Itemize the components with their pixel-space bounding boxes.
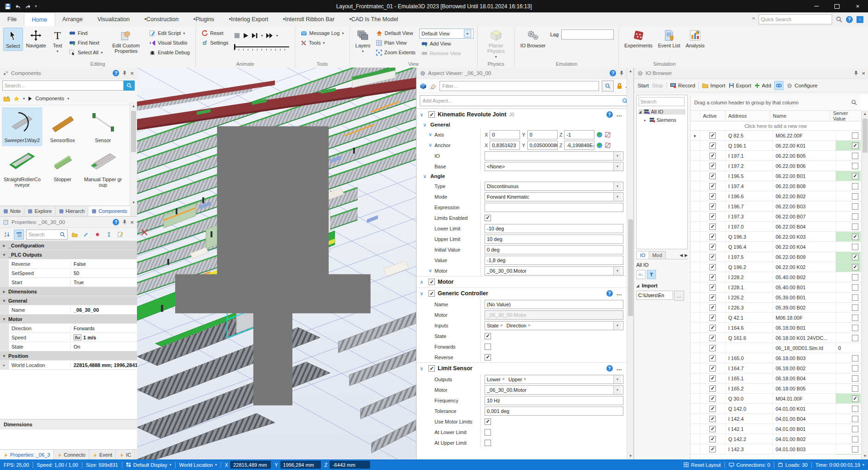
save-icon[interactable] [5,3,11,10]
io-server-value[interactable] [836,363,861,373]
field-checkbox[interactable]: ✓ [485,333,491,339]
section-chevron-icon[interactable]: ∨ [420,112,426,118]
component-item[interactable]: SensorBox [42,107,83,146]
io-name[interactable]: 06.22.00 K01 [773,141,836,150]
io-row[interactable]: ✓ I 197.3 06.22.00 B07 [691,212,861,222]
server-value-checkbox[interactable] [852,163,858,169]
io-name[interactable]: 04.01.00 B01 [773,424,836,434]
close-button[interactable]: × [847,0,868,12]
active-checkbox[interactable]: ✓ [709,426,716,432]
visual-studio-button[interactable]: Visual Studio [148,38,192,47]
io-server-value[interactable]: ✓ [836,171,861,181]
field-input[interactable]: 10 Hz [485,396,623,405]
pin-icon[interactable] [619,70,624,76]
stop-button[interactable]: Stop [652,83,663,88]
aspect-section-header[interactable]: ∨ ✓ Generic Controller ?… [417,287,626,299]
io-address[interactable]: Q 196.4 [725,242,773,252]
property-category-row[interactable]: ▾ _PLC Outputs [0,250,137,259]
active-checkbox[interactable]: ✓ [709,345,716,351]
io-row[interactable]: ✓ I 228.2 05.40.00 B02 [691,272,861,282]
io-row[interactable]: ✓ Q 196.1 06.22.00 K01 ✓ [691,141,861,151]
find-next-button[interactable]: Find Next [67,38,104,47]
server-value-checkbox[interactable] [852,203,858,210]
rename-icon[interactable] [104,230,114,239]
io-name[interactable]: 06.22.00 B07 [773,212,836,221]
pin-icon[interactable] [122,70,127,76]
io-name[interactable]: 04.01.00 B03 [773,444,836,454]
z-input[interactable]: -6,199849E-0 [564,141,594,150]
z-input[interactable]: -1 [564,130,594,139]
io-row[interactable]: ✓ I 197.0 06.22.00 B04 [691,222,861,232]
active-checkbox[interactable]: ✓ [709,335,716,341]
io-address[interactable]: I 142.4 [725,414,773,424]
io-name[interactable]: 05.39.00 B01 [773,292,836,302]
io-filter-toggle-icon[interactable] [774,81,783,90]
io-row[interactable]: ✓ Q 142.0 04.01.00 K01 [691,404,861,414]
find-button[interactable]: Find [67,29,104,38]
active-checkbox[interactable]: ✓ [709,163,716,169]
io-name[interactable]: 05.39.00 B02 [773,303,836,312]
edit-axis-icon[interactable] [605,132,611,138]
io-name[interactable]: 05.40.00 B01 [773,282,836,292]
io-address[interactable]: Q 196.2 [725,262,773,272]
field-input[interactable]: 0,001 deg [485,407,623,416]
io-name[interactable]: 06.18.00 B01 [773,323,836,332]
io-name[interactable]: 06.22.00 B08 [773,181,836,191]
io-tree-siemens[interactable]: ▸ Siemens [639,117,685,123]
message-log-button[interactable]: Message Log▾ [299,29,346,38]
active-checkbox[interactable]: ✓ [709,365,716,372]
section-chevron-icon[interactable]: ∨ [420,291,426,297]
components-scrollbar[interactable]: ▲ ▼ [130,103,137,206]
panel-tab[interactable]: Properties: _06_3 [0,450,54,460]
io-server-value[interactable] [836,292,861,302]
io-address[interactable]: Q 142.0 [725,404,773,413]
panel-tab[interactable]: Hierarch [56,206,89,216]
io-row[interactable]: ✓ Q 196.2 06.22.00 K02 ✓ [691,262,861,272]
io-address[interactable]: I 228.1 [725,282,773,292]
dropdown-icon[interactable]: ▾ [613,267,621,275]
properties-search-input[interactable] [27,232,58,237]
property-row[interactable]: State On [0,342,137,351]
io-server-value[interactable] [836,303,861,312]
server-value-checkbox[interactable] [852,375,858,382]
server-value-checkbox[interactable]: ✓ [852,143,858,149]
io-address[interactable]: I 197.5 [725,252,773,262]
io-address[interactable]: I 226.3 [725,303,773,312]
loads-indicator[interactable]: Loads: 30 [785,462,807,468]
chip[interactable]: Upper× [508,377,526,382]
field-input[interactable]: ▾ [485,151,623,160]
server-value-checkbox[interactable] [852,325,858,331]
ribbon-tab[interactable]: File [0,12,24,26]
group-chevron-icon[interactable]: ∨ [423,122,429,128]
view-combobox[interactable]: Default View▾ [419,29,474,39]
field-checkbox[interactable] [485,344,491,350]
io-address[interactable]: I 197.1 [725,151,773,160]
field-input[interactable]: 0 deg [485,245,623,254]
category-chevron-icon[interactable]: ▾ [0,298,8,303]
eraser-icon[interactable] [429,83,437,89]
io-row[interactable]: ✓ Q 42.1 M06.18.00F [691,313,861,323]
io-row[interactable]: ✓ Q 30.0 M04.01.00F ✓ [691,394,861,404]
active-checkbox[interactable]: ✓ [709,294,716,301]
field-checkbox[interactable] [485,440,491,446]
io-address[interactable]: Q 142.2 [725,434,773,444]
enable-debug-button[interactable]: Enable Debug [148,48,192,57]
property-value[interactable]: On [70,344,137,350]
field-input[interactable]: _06_30_00.Motor [485,310,623,320]
scroll-down-icon[interactable]: ▼ [862,453,868,459]
close-icon[interactable]: × [130,70,134,77]
io-name[interactable]: 06.22.00 B05 [773,151,836,160]
io-server-value[interactable] [836,384,861,393]
io-server-value[interactable] [836,414,861,424]
active-checkbox[interactable]: ✓ [709,203,716,210]
chip[interactable]: State× [487,323,503,328]
server-value-checkbox[interactable] [852,446,858,453]
io-row[interactable]: ✓ I 196.6 06.22.00 B02 [691,191,861,201]
tab-io[interactable]: IO [636,251,649,259]
nav-right-icon[interactable]: ▶ [685,253,688,258]
category-chevron-icon[interactable]: ▾ [0,252,8,257]
io-row[interactable]: ✓ I 197.1 06.22.00 B05 [691,151,861,161]
server-value-checkbox[interactable] [852,315,858,321]
io-server-value[interactable] [836,131,861,140]
column-server-value[interactable]: Server Value [830,111,861,121]
